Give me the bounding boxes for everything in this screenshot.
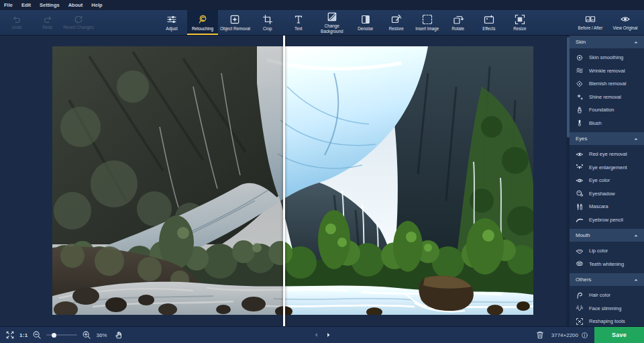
history-button-label: Revert Changes bbox=[63, 25, 94, 30]
zoom-out-icon[interactable] bbox=[32, 330, 42, 340]
sidebar-item-blush[interactable]: Blush bbox=[570, 117, 644, 130]
collapse-up-icon bbox=[633, 40, 639, 45]
section-header-mouth[interactable]: Mouth bbox=[570, 229, 644, 242]
app-window: FileEditSettingsAboutHelp UndoRedoRevert… bbox=[0, 0, 644, 343]
zoom-slider[interactable] bbox=[46, 330, 77, 340]
red-eye-removal-icon bbox=[576, 150, 584, 158]
sidebar-item-label: Eyebrow pencil bbox=[589, 217, 623, 223]
section-title: Eyes bbox=[576, 136, 587, 142]
menu-item-help[interactable]: Help bbox=[91, 2, 102, 8]
tool-label: Crop bbox=[263, 26, 272, 31]
sidebar-item-eye-color[interactable]: Eye color bbox=[570, 174, 644, 187]
before-after-divider-handle[interactable] bbox=[283, 36, 285, 326]
fit-screen-icon[interactable] bbox=[5, 330, 15, 340]
tool-label: Effects bbox=[482, 26, 495, 31]
tool-rotate[interactable]: Rotate bbox=[443, 10, 474, 35]
section-items-others: Hair colorFace slimmingReshaping tools bbox=[570, 286, 644, 326]
sidebar-item-label: Red eye removal bbox=[589, 151, 627, 157]
tool-crop[interactable]: Crop bbox=[252, 10, 283, 35]
undo-icon bbox=[12, 15, 21, 24]
status-bar-right: 3774×2200 Save bbox=[535, 327, 644, 343]
tool-retouching[interactable]: Retouching bbox=[187, 10, 218, 35]
previous-image-button[interactable] bbox=[313, 332, 319, 338]
sidebar-item-label: Face slimming bbox=[589, 305, 621, 311]
tool-label: Rotate bbox=[452, 26, 465, 31]
sidebar-item-label: Hair color bbox=[589, 292, 610, 298]
tool-change-background[interactable]: Change Background bbox=[314, 10, 350, 35]
view-button-view-original[interactable]: View Original bbox=[608, 10, 643, 35]
hair-color-icon bbox=[576, 291, 584, 299]
sidebar-item-wrinkle-removal[interactable]: Wrinkle removal bbox=[570, 64, 644, 78]
tool-adjust[interactable]: Adjust bbox=[156, 10, 187, 35]
next-image-button[interactable] bbox=[325, 332, 331, 338]
save-button[interactable]: Save bbox=[594, 327, 644, 343]
zoom-slider-track[interactable] bbox=[46, 334, 77, 336]
sidebar-item-red-eye-removal[interactable]: Red eye removal bbox=[570, 148, 644, 161]
sidebar-item-label: Reshaping tools bbox=[589, 318, 625, 324]
pan-hand-icon[interactable] bbox=[114, 330, 123, 340]
image-dimensions: 3774×2200 bbox=[551, 332, 588, 339]
shine-removal-icon bbox=[576, 93, 584, 101]
history-button-undo[interactable]: Undo bbox=[1, 10, 32, 35]
sidebar-item-eyeshadow[interactable]: Eyeshadow bbox=[570, 187, 644, 201]
photo[interactable] bbox=[52, 46, 533, 315]
tool-resize[interactable]: Resize bbox=[504, 10, 535, 35]
section-header-skin[interactable]: Skin bbox=[570, 36, 644, 48]
zoom-slider-thumb[interactable] bbox=[52, 333, 56, 338]
tool-label: Change Background bbox=[316, 23, 348, 33]
section-items-skin: Skin smoothingWrinkle removalBlemish rem… bbox=[570, 48, 644, 132]
sidebar-item-blemish-removal[interactable]: Blemish removal bbox=[570, 77, 644, 91]
sidebar-item-label: Teeth whitening bbox=[589, 261, 624, 267]
eyebrow-pencil-icon bbox=[576, 215, 584, 224]
history-button-revert-changes[interactable]: Revert Changes bbox=[63, 10, 94, 35]
sidebar-item-skin-smoothing[interactable]: Skin smoothing bbox=[570, 51, 644, 64]
denoise-icon bbox=[360, 14, 371, 25]
sidebar-item-hair-color[interactable]: Hair color bbox=[570, 289, 644, 302]
sidebar-item-shine-removal[interactable]: Shine removal bbox=[570, 91, 644, 104]
tool-effects[interactable]: Effects bbox=[474, 10, 504, 35]
menu-item-about[interactable]: About bbox=[68, 2, 83, 8]
tool-insert-image[interactable]: Insert Image bbox=[412, 10, 443, 35]
sidebar-item-label: Shine removal bbox=[589, 94, 621, 100]
view-button-before-after[interactable]: Before / After bbox=[573, 10, 608, 35]
tool-label: Denoise bbox=[358, 26, 373, 31]
sidebar-item-lip-color[interactable]: Lip color bbox=[570, 244, 644, 258]
history-button-label: Undo bbox=[11, 25, 21, 30]
section-header-eyes[interactable]: Eyes bbox=[570, 132, 644, 145]
sidebar-item-eye-enlargement[interactable]: Eye enlargement bbox=[570, 161, 644, 175]
tool-text[interactable]: Text bbox=[283, 10, 314, 35]
sidebar-item-label: Eye color bbox=[589, 177, 610, 183]
sidebar-item-mascara[interactable]: Mascara bbox=[570, 200, 644, 213]
actual-size-button[interactable]: 1:1 bbox=[19, 332, 28, 338]
zoom-in-icon[interactable] bbox=[82, 330, 91, 340]
image-canvas[interactable] bbox=[0, 36, 566, 326]
sidebar-item-label: Eyeshadow bbox=[589, 191, 615, 197]
foundation-icon bbox=[576, 106, 584, 114]
info-icon[interactable] bbox=[581, 332, 588, 339]
tool-object-removal[interactable]: Object Removal bbox=[218, 10, 252, 35]
section-title: Others bbox=[576, 277, 591, 283]
tool-restore[interactable]: Restore bbox=[381, 10, 412, 35]
menu-item-file[interactable]: File bbox=[4, 2, 13, 8]
sidebar-item-foundation[interactable]: Foundation bbox=[570, 103, 644, 117]
menu-bar: FileEditSettingsAboutHelp bbox=[0, 0, 644, 10]
tool-label: Insert Image bbox=[415, 26, 439, 31]
history-group: UndoRedoRevert Changes bbox=[1, 10, 94, 35]
sidebar-item-eyebrow-pencil[interactable]: Eyebrow pencil bbox=[570, 213, 644, 227]
skin-smoothing-icon bbox=[576, 54, 584, 62]
sidebar-item-face-slimming[interactable]: Face slimming bbox=[570, 302, 644, 315]
zoom-controls: 1:1 36% bbox=[0, 330, 123, 340]
sidebar-item-teeth-whitening[interactable]: Teeth whitening bbox=[570, 258, 644, 271]
collapse-up-icon bbox=[633, 233, 639, 238]
sidebar-item-reshaping-tools[interactable]: Reshaping tools bbox=[570, 315, 644, 326]
history-button-redo[interactable]: Redo bbox=[32, 10, 63, 35]
sidebar: SkinSkin smoothingWrinkle removalBlemish… bbox=[566, 36, 644, 326]
menu-item-edit[interactable]: Edit bbox=[21, 2, 31, 8]
section-header-others[interactable]: Others bbox=[570, 273, 644, 286]
menu-item-settings[interactable]: Settings bbox=[40, 2, 60, 8]
sidebar-item-label: Blemish removal bbox=[589, 81, 626, 87]
face-slimming-icon bbox=[576, 304, 584, 312]
trash-icon[interactable] bbox=[535, 330, 545, 340]
sidebar-item-label: Wrinkle removal bbox=[589, 68, 625, 74]
tool-denoise[interactable]: Denoise bbox=[350, 10, 381, 35]
